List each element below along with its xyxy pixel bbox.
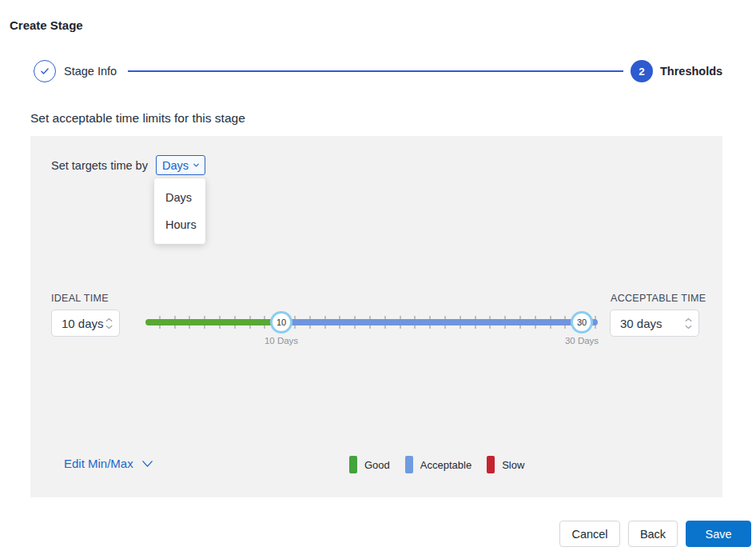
- cancel-button[interactable]: Cancel: [559, 521, 620, 547]
- legend-item-good: Good: [349, 456, 390, 473]
- slider-min-handle-value: 10: [277, 317, 286, 327]
- slider-min-label: 10 Days: [249, 336, 313, 345]
- legend-slow-label: Slow: [502, 459, 524, 471]
- acceptable-time-label: ACCEPTABLE TIME: [611, 293, 706, 304]
- legend-good-label: Good: [364, 459, 390, 471]
- thresholds-panel: Set targets time by Days Days Hours IDEA…: [30, 136, 722, 497]
- slider-track-good-segment[interactable]: [145, 319, 281, 325]
- acceptable-swatch-icon: [405, 456, 413, 473]
- step-1-label: Stage Info: [64, 65, 117, 78]
- ideal-time-spinner-arrows[interactable]: [104, 317, 119, 329]
- targets-time-label: Set targets time by: [51, 159, 148, 172]
- time-unit-selected-value: Days: [162, 159, 189, 172]
- ideal-time-input[interactable]: [52, 317, 104, 330]
- slider-legend: Good Acceptable Slow: [349, 456, 524, 473]
- chevron-down-icon: [141, 459, 153, 469]
- legend-item-acceptable: Acceptable: [405, 456, 472, 473]
- acceptable-time-spinner-arrows[interactable]: [683, 317, 698, 329]
- edit-minmax-link[interactable]: Edit Min/Max: [64, 457, 153, 470]
- slider-min-handle[interactable]: 10: [270, 311, 292, 333]
- time-unit-menu: Days Hours: [154, 178, 205, 244]
- stepper-connector-line: [128, 70, 623, 72]
- menu-item-days[interactable]: Days: [154, 184, 205, 211]
- acceptable-time-stepper[interactable]: [610, 309, 699, 337]
- chevron-down-icon: [192, 161, 201, 170]
- ideal-time-stepper[interactable]: [51, 309, 120, 337]
- step-1-indicator[interactable]: [34, 60, 56, 82]
- edit-minmax-label: Edit Min/Max: [64, 457, 133, 470]
- menu-item-hours[interactable]: Hours: [154, 211, 205, 238]
- legend-item-slow: Slow: [487, 456, 524, 473]
- footer-actions: Cancel Back Save: [559, 521, 751, 547]
- check-icon: [39, 66, 50, 77]
- section-heading: Set acceptable time limits for this stag…: [30, 111, 245, 126]
- step-2-indicator[interactable]: 2: [631, 60, 653, 82]
- save-button[interactable]: Save: [686, 521, 751, 547]
- chevron-up-icon[interactable]: [685, 317, 692, 322]
- time-unit-dropdown[interactable]: Days: [156, 155, 205, 175]
- page-title: Create Stage: [10, 18, 83, 32]
- chevron-down-icon[interactable]: [685, 325, 692, 329]
- ideal-time-label: IDEAL TIME: [51, 293, 109, 304]
- slow-swatch-icon: [487, 456, 495, 473]
- slider-max-handle[interactable]: 30: [571, 311, 593, 333]
- chevron-up-icon[interactable]: [105, 317, 113, 322]
- step-2-number: 2: [639, 66, 645, 78]
- good-swatch-icon: [349, 456, 357, 473]
- slider-max-handle-value: 30: [577, 317, 587, 327]
- chevron-down-icon[interactable]: [105, 325, 113, 329]
- slider-track-acceptable-segment[interactable]: [281, 319, 598, 325]
- step-2-label: Thresholds: [660, 65, 722, 78]
- slider-max-label: 30 Days: [550, 336, 614, 345]
- acceptable-time-input[interactable]: [611, 317, 683, 330]
- back-button[interactable]: Back: [628, 521, 678, 547]
- legend-acceptable-label: Acceptable: [420, 459, 472, 471]
